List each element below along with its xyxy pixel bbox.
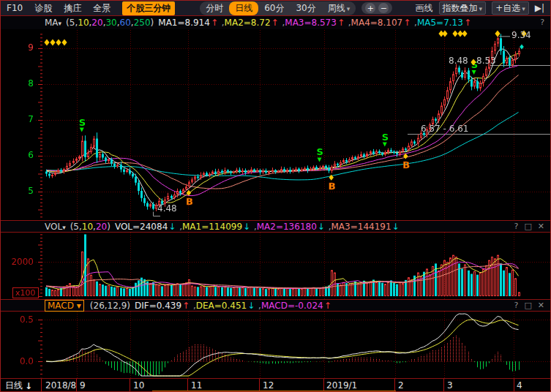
trend-down-icon: ↓ xyxy=(318,222,325,232)
chevron-down-icon[interactable]: ▾ xyxy=(347,5,351,12)
volume-unit-badge: x100 xyxy=(12,287,39,298)
tab-30分[interactable]: 30分 xyxy=(290,1,321,15)
trend-up-icon: ↑ xyxy=(324,301,331,311)
period-label: 日线 xyxy=(5,380,23,392)
chevron-down-icon[interactable]: ▾ xyxy=(522,5,525,12)
separator: , xyxy=(219,18,225,28)
macd-chart-canvas[interactable] xyxy=(1,312,551,378)
date-label: 10 xyxy=(133,380,144,391)
volume-scale-label: 2000 xyxy=(4,257,34,267)
main-chart-canvas[interactable] xyxy=(1,30,551,220)
trend-down-icon: ↓ xyxy=(168,222,176,232)
period-selector[interactable]: 日线 ↓ xyxy=(1,379,42,392)
separator: , xyxy=(190,301,196,311)
indicator-selector[interactable]: MA xyxy=(45,18,59,28)
period-tab-group: 分时日线60分30分周线▾ xyxy=(200,1,356,15)
menu-item-1[interactable]: 诊股 xyxy=(34,2,52,15)
date-label: 3 xyxy=(447,380,453,391)
promo-button[interactable]: 个股三分钟 xyxy=(122,1,175,15)
date-label: 9 xyxy=(80,380,86,391)
stock-chart-window: F10诊股擒庄全景个股三分钟分时日线60分30分周线▾+−画线指数叠加▾+自选▾… xyxy=(0,0,551,392)
draw-line-button[interactable]: 画线 xyxy=(416,2,433,15)
tab-周线[interactable]: 周线▾ xyxy=(322,1,356,15)
close-icon[interactable]: ✕ xyxy=(538,221,544,233)
macd-upper-label: 0.5 xyxy=(4,314,34,325)
zoom-group: +− xyxy=(361,2,392,14)
ma-indicator-header: MA▾(5,10,20,30,60,250)MA1=8.914↑ ,MA2=8.… xyxy=(1,16,550,29)
separator: , xyxy=(176,222,182,232)
trend-down-icon: ↓ xyxy=(243,222,250,232)
volume-chart-canvas[interactable] xyxy=(1,233,551,299)
close-icon[interactable]: ✕ xyxy=(538,300,544,312)
trend-up-icon: ↑ xyxy=(271,18,279,28)
date-label: 2019/1 xyxy=(326,380,357,391)
trend-up-icon: ↑ xyxy=(337,18,345,28)
indicator-params: (5,10,20) xyxy=(70,222,110,232)
separator: , xyxy=(326,222,331,232)
indicator-value-dea: DEA=0.451 xyxy=(196,301,247,311)
separator: , xyxy=(255,301,261,311)
date-label: 12 xyxy=(263,380,274,391)
tab-60分[interactable]: 60分 xyxy=(258,1,290,15)
macd-zero-label: 0.0 xyxy=(4,356,34,366)
macd-indicator-header: MACD ▾(26,12,9)DIF=0.439↑ ,DEA=0.451↓ ,M… xyxy=(1,299,550,312)
zoom-out-button[interactable]: − xyxy=(378,3,389,13)
trend-up-icon: ↑ xyxy=(403,18,411,28)
indicator-params: (5,10,20,30,60,250) xyxy=(66,18,154,28)
dropdown-button-1[interactable]: +自选▾ xyxy=(492,1,529,15)
dropdown-icon[interactable]: ▾ xyxy=(62,224,66,231)
down-arrow-icon: ↓ xyxy=(25,381,32,391)
separator: , xyxy=(345,18,351,28)
date-label: 4 xyxy=(517,380,522,391)
header-icons: ?□✕ xyxy=(514,221,544,233)
indicator-value-vol: VOL=24084 xyxy=(115,222,168,232)
trend-up-icon: ↑ xyxy=(182,301,190,311)
trend-up-icon: ↑ xyxy=(464,18,471,28)
date-separator xyxy=(514,379,514,392)
indicator-value-dif: DIF=0.439 xyxy=(135,301,181,311)
menu-item-2[interactable]: 擒庄 xyxy=(64,2,81,15)
indicator-value-ma2: MA2=8.72 xyxy=(225,18,271,28)
indicator-selector[interactable]: VOL xyxy=(45,222,62,232)
vol-indicator-header: VOL▾(5,10,20)VOL=24084↓ ,MA1=114099↓ ,MA… xyxy=(1,220,550,233)
indicator-value-ma3: MA3=8.573 xyxy=(285,18,337,28)
collapse-panel-icon[interactable]: ▶| xyxy=(535,3,544,13)
tab-分时[interactable]: 分时 xyxy=(200,1,229,15)
chevron-down-icon[interactable]: ▾ xyxy=(479,5,483,12)
indicator-value-macd: MACD=-0.024 xyxy=(261,301,323,311)
date-label: 11 xyxy=(191,380,202,391)
indicator-value-ma1: MA1=114099 xyxy=(182,222,242,232)
header-icons: ? xyxy=(540,16,544,29)
date-separator xyxy=(443,379,444,392)
trend-down-icon: ↓ xyxy=(392,222,400,232)
help-icon[interactable]: ? xyxy=(540,16,544,29)
indicator-value-ma5: MA5=7.13 xyxy=(417,18,463,28)
indicator-selector[interactable]: MACD ▾ xyxy=(45,300,84,312)
menu-item-3[interactable]: 全景 xyxy=(93,2,110,15)
header-icons: ?□✕ xyxy=(514,300,544,312)
dropdown-icon[interactable]: ▾ xyxy=(59,20,62,27)
trend-up-icon: ↑ xyxy=(211,18,218,28)
tab-日线[interactable]: 日线 xyxy=(229,1,258,15)
date-separator xyxy=(130,379,130,392)
separator: , xyxy=(411,18,417,28)
indicator-params: (26,12,9) xyxy=(90,301,130,311)
help-icon[interactable]: ? xyxy=(514,221,519,233)
help-icon[interactable]: ? xyxy=(514,300,519,312)
toolbar-right: 画线指数叠加▾+自选▾▶| xyxy=(416,1,544,15)
trend-down-icon: ↓ xyxy=(247,301,255,311)
maximize-icon[interactable]: □ xyxy=(524,221,531,233)
menu-item-0[interactable]: F10 xyxy=(7,3,23,13)
date-label: 2 xyxy=(398,380,404,391)
indicator-value-ma1: MA1=8.914 xyxy=(158,18,210,28)
zoom-in-button[interactable]: + xyxy=(365,3,375,13)
indicator-value-ma4: MA4=8.107 xyxy=(351,18,403,28)
indicator-value-ma2: MA2=136180 xyxy=(257,222,317,232)
dropdown-button-0[interactable]: 指数叠加▾ xyxy=(439,1,487,15)
separator: , xyxy=(251,222,257,232)
indicator-value-ma3: MA3=144191 xyxy=(331,222,391,232)
maximize-icon[interactable]: □ xyxy=(524,300,531,312)
top-toolbar: F10诊股擒庄全景个股三分钟分时日线60分30分周线▾+−画线指数叠加▾+自选▾… xyxy=(1,1,550,15)
date-label: 2018/8 xyxy=(45,380,76,391)
